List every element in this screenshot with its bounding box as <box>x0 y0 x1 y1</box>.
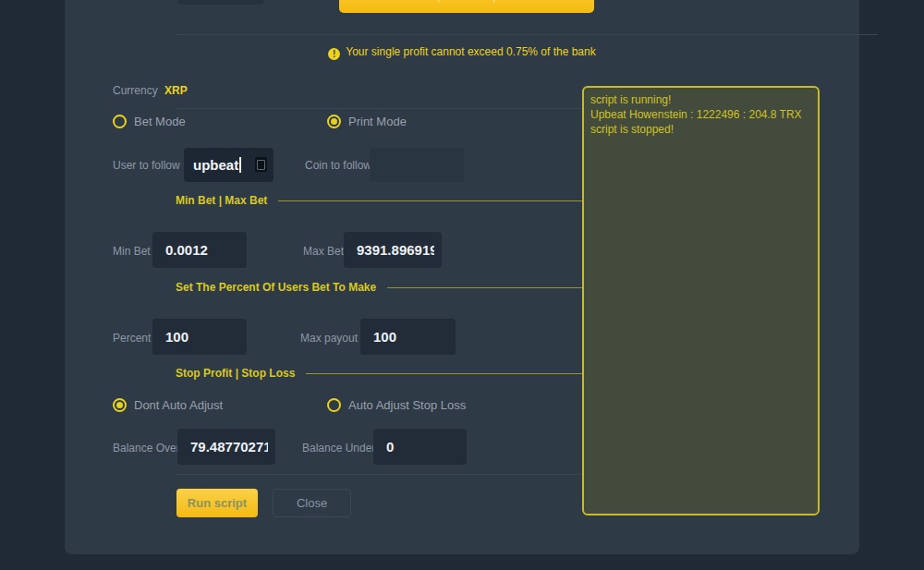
top-divider <box>176 34 878 35</box>
dont-auto-adjust-radio[interactable] <box>113 398 127 412</box>
section-percent: Set The Percent Of Users Bet To Make <box>176 281 614 294</box>
close-button[interactable]: Close <box>273 489 351 517</box>
balance-over-input[interactable] <box>177 429 275 465</box>
bet-mode-option[interactable]: Bet Mode <box>113 115 186 128</box>
section-percent-title: Set The Percent Of Users Bet To Make <box>176 281 376 294</box>
balance-under-label: Balance Under <box>302 442 375 455</box>
balance-over-label: Balance Over <box>113 442 180 455</box>
section-minmax-title: Min Bet | Max Bet <box>176 194 267 207</box>
user-to-follow-value: upbeat <box>193 157 238 173</box>
section-stop-title: Stop Profit | Stop Loss <box>176 367 295 380</box>
bet-mode-radio[interactable] <box>113 115 127 128</box>
section-rule <box>306 373 614 374</box>
divider <box>176 474 614 475</box>
print-mode-radio[interactable] <box>327 115 341 128</box>
max-bet-label: Max Bet <box>303 245 344 258</box>
percent-input[interactable] <box>152 319 247 355</box>
profit-warning-text: Your single profit cannot exceed 0.75% o… <box>346 45 595 58</box>
bet-mode-label: Bet Mode <box>134 115 186 128</box>
auto-adjust-radio[interactable] <box>327 398 341 412</box>
screen: (next round) !Your single profit cannot … <box>0 0 924 570</box>
user-to-follow-input[interactable]: upbeat <box>184 148 274 182</box>
currency-value[interactable]: XRP <box>164 84 188 97</box>
dont-auto-adjust-label: Dont Auto Adjust <box>134 398 223 412</box>
script-dialog-panel: (next round) !Your single profit cannot … <box>65 0 859 554</box>
section-rule <box>278 200 614 201</box>
print-mode-option[interactable]: Print Mode <box>327 115 407 128</box>
user-to-follow-label: User to follow <box>113 159 180 172</box>
cutoff-top-input[interactable] <box>177 0 263 5</box>
next-round-button[interactable]: (next round) <box>339 0 594 13</box>
keyboard-icon[interactable] <box>255 157 267 172</box>
section-stop: Stop Profit | Stop Loss <box>176 367 614 380</box>
min-bet-label: Min Bet <box>113 245 151 258</box>
max-bet-input[interactable] <box>344 232 442 268</box>
auto-adjust-label: Auto Adjust Stop Loss <box>348 398 466 412</box>
run-script-button[interactable]: Run script <box>176 489 258 517</box>
max-payout-label: Max payout <box>300 332 358 345</box>
exclamation-circle-icon: ! <box>328 48 340 60</box>
coin-to-follow-label: Coin to follow <box>305 159 371 172</box>
dont-auto-adjust-option[interactable]: Dont Auto Adjust <box>113 398 223 412</box>
text-caret <box>239 157 241 173</box>
percent-label: Percent <box>113 332 151 345</box>
balance-under-input[interactable] <box>373 429 467 465</box>
coin-to-follow-input[interactable] <box>370 148 464 182</box>
min-bet-input[interactable] <box>152 232 247 268</box>
section-minmax: Min Bet | Max Bet <box>176 194 614 207</box>
section-rule <box>387 287 614 288</box>
currency-label: Currency <box>113 84 158 97</box>
print-mode-label: Print Mode <box>348 115 407 128</box>
auto-adjust-option[interactable]: Auto Adjust Stop Loss <box>327 398 466 412</box>
divider <box>176 108 614 109</box>
profit-warning: !Your single profit cannot exceed 0.75% … <box>65 45 859 60</box>
script-output-console[interactable]: script is running! Upbeat Howenstein : 1… <box>582 86 820 515</box>
max-payout-input[interactable] <box>360 319 456 355</box>
